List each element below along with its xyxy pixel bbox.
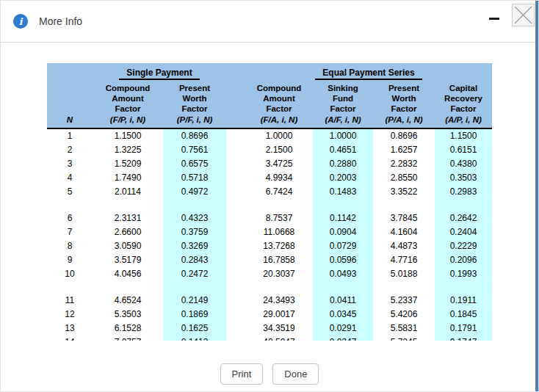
cell-ap: 0.2642 bbox=[435, 211, 492, 225]
column-header-line: Factor bbox=[163, 104, 226, 114]
cell-pf: 0.6575 bbox=[163, 156, 226, 170]
cell-fa: 2.1500 bbox=[245, 142, 313, 156]
table-row: 21.32250.75612.15000.46511.62570.6151 bbox=[47, 142, 492, 156]
cell-sp bbox=[226, 293, 245, 307]
column-header-ap: CapitalRecoveryFactor(A/P, i, N) bbox=[435, 81, 492, 128]
table-scroll-area[interactable]: Single PaymentEqual Payment SeriesNCompo… bbox=[47, 63, 492, 341]
table-gap-row bbox=[47, 280, 492, 293]
table-row: 11.15000.86961.00001.00000.86961.1500 bbox=[47, 128, 492, 142]
table-column-header-row: NCompoundAmountFactor(F/P, i, N)PresentW… bbox=[47, 81, 492, 128]
column-header-line: Present bbox=[163, 83, 226, 93]
cell-fa: 24.3493 bbox=[245, 293, 313, 307]
cell-pf: 0.4323 bbox=[163, 211, 226, 225]
cell-fa: 29.0017 bbox=[245, 307, 313, 321]
column-header-line: Factor bbox=[245, 104, 313, 114]
done-button[interactable]: Done bbox=[272, 363, 319, 385]
column-header-n: N bbox=[47, 81, 93, 128]
cell-fp: 3.5179 bbox=[93, 253, 163, 266]
table-row: 72.66000.375911.06680.09044.16040.2404 bbox=[47, 225, 492, 239]
column-header-line: Factor bbox=[373, 104, 435, 114]
dialog-title: More Info bbox=[39, 15, 82, 27]
cell-n: 3 bbox=[47, 156, 93, 170]
column-header-line: Present bbox=[373, 83, 435, 93]
cell-fp: 1.3225 bbox=[93, 142, 163, 156]
column-header-line: Recovery bbox=[435, 93, 492, 104]
table-row: 52.01140.49726.74240.14833.35220.2983 bbox=[47, 184, 492, 198]
cell-sp bbox=[226, 211, 245, 225]
cell-fa: 11.0668 bbox=[245, 225, 313, 239]
table-row: 125.35030.186929.00170.03455.42060.1845 bbox=[47, 307, 492, 321]
gap-cell-ap bbox=[435, 280, 492, 293]
cell-pa: 5.7245 bbox=[373, 335, 435, 341]
cell-n: 12 bbox=[47, 307, 93, 321]
cell-ap: 1.1500 bbox=[435, 128, 492, 142]
cell-ap: 0.2983 bbox=[435, 184, 492, 198]
cell-af: 0.2003 bbox=[313, 170, 373, 184]
cell-pa: 5.5831 bbox=[373, 321, 435, 335]
gap-cell-ap bbox=[435, 198, 492, 211]
cell-pa: 3.3522 bbox=[373, 184, 435, 198]
cell-sp bbox=[226, 170, 245, 184]
group-header-label: Single Payment bbox=[119, 68, 199, 80]
cell-fa: 16.7858 bbox=[245, 253, 313, 266]
cell-pa: 4.4873 bbox=[373, 239, 435, 253]
gap-cell-n bbox=[47, 198, 93, 211]
table-row: 114.65240.214924.34930.04115.23370.1911 bbox=[47, 293, 492, 307]
column-header-line: Worth bbox=[373, 93, 435, 104]
cell-af: 0.1483 bbox=[313, 184, 373, 198]
cell-pf: 0.1869 bbox=[163, 307, 226, 321]
cell-pf: 0.2472 bbox=[163, 266, 226, 280]
cell-af: 0.0291 bbox=[313, 321, 373, 335]
group-header-blank bbox=[47, 63, 93, 81]
more-info-dialog: i More Info Single PaymentEqual Payment … bbox=[0, 0, 539, 392]
gap-cell-fp bbox=[93, 198, 163, 211]
cell-af: 0.0247 bbox=[313, 335, 373, 341]
table-row: 62.31310.43238.75370.11423.78450.2642 bbox=[47, 211, 492, 225]
cell-af: 0.0596 bbox=[313, 253, 373, 266]
gap-cell-fa bbox=[245, 280, 313, 293]
cell-fa: 1.0000 bbox=[245, 128, 313, 142]
column-header-line: Fund bbox=[313, 93, 373, 104]
table-row: 41.74900.57184.99340.20032.85500.3503 bbox=[47, 170, 492, 184]
cell-sp bbox=[226, 239, 245, 253]
cell-ap: 0.1845 bbox=[435, 307, 492, 321]
column-header-line: Capital bbox=[435, 83, 492, 93]
dialog-titlebar: i More Info bbox=[1, 1, 538, 43]
cell-fp: 1.7490 bbox=[93, 170, 163, 184]
cell-pa: 0.8696 bbox=[373, 128, 435, 142]
cell-n: 11 bbox=[47, 293, 93, 307]
cell-af: 1.0000 bbox=[313, 128, 373, 142]
column-header-formula: (P/A, i, N) bbox=[373, 114, 435, 126]
cell-pf: 0.2843 bbox=[163, 253, 226, 266]
close-button[interactable] bbox=[512, 4, 535, 26]
column-header-line: Factor bbox=[313, 104, 373, 114]
cell-pa: 4.7716 bbox=[373, 253, 435, 266]
cell-pf: 0.7561 bbox=[163, 142, 226, 156]
cell-n: 7 bbox=[47, 225, 93, 239]
gap-cell-af bbox=[313, 198, 373, 211]
close-icon bbox=[513, 4, 534, 26]
gap-cell-fp bbox=[93, 280, 163, 293]
cell-fp: 5.3503 bbox=[93, 307, 163, 321]
gap-cell-pf bbox=[163, 198, 226, 211]
cell-sp bbox=[226, 321, 245, 335]
cell-pa: 5.4206 bbox=[373, 307, 435, 321]
gap-cell-pa bbox=[373, 280, 435, 293]
cell-ap: 0.3503 bbox=[435, 170, 492, 184]
column-header-fp: CompoundAmountFactor(F/P, i, N) bbox=[93, 81, 163, 128]
cell-pa: 2.2832 bbox=[373, 156, 435, 170]
minimize-button[interactable] bbox=[487, 11, 502, 26]
cell-af: 0.4651 bbox=[313, 142, 373, 156]
cell-fa: 4.9934 bbox=[245, 170, 313, 184]
cell-fp: 6.1528 bbox=[93, 321, 163, 335]
table-row: 104.04560.247220.30370.04935.01880.1993 bbox=[47, 266, 492, 280]
column-header-af: SinkingFundFactor(A/F, i, N) bbox=[313, 81, 373, 128]
print-button[interactable]: Print bbox=[220, 363, 264, 385]
cell-pa: 5.0188 bbox=[373, 266, 435, 280]
cell-ap: 0.1791 bbox=[435, 321, 492, 335]
cell-ap: 0.6151 bbox=[435, 142, 492, 156]
cell-fp: 2.3131 bbox=[93, 211, 163, 225]
table-row: 147.07570.141340.50470.02475.72450.1747 bbox=[47, 335, 492, 341]
column-header-pf: PresentWorthFactor(P/F, i, N) bbox=[163, 81, 226, 128]
cell-sp bbox=[226, 266, 245, 280]
